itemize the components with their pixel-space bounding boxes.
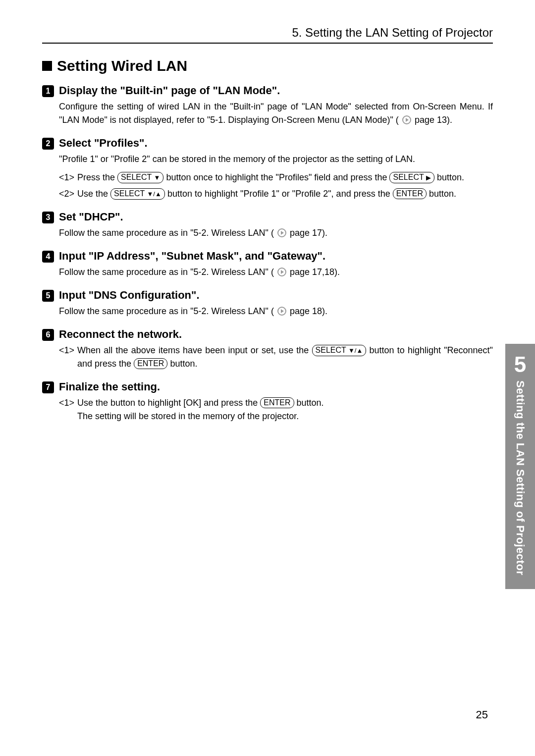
step-number-badge: 7: [42, 381, 54, 393]
substep-marker: <1>: [59, 171, 74, 184]
substep-text: Use the: [77, 189, 110, 199]
substep-text: Use the button to highlight [OK] and pre…: [77, 398, 260, 408]
substep-text: button.: [429, 189, 456, 199]
enter-button-icon: ENTER: [260, 397, 294, 408]
step-number-badge: 3: [42, 212, 54, 223]
step-body-text-after: page 13).: [415, 115, 452, 125]
step-number-badge: 2: [42, 138, 54, 150]
step-title: Display the "Built-in" page of "LAN Mode…: [59, 84, 280, 97]
substep-text: button.: [437, 172, 464, 182]
page-reference-icon: [277, 228, 286, 237]
enter-button-icon: ENTER: [134, 358, 167, 369]
step-body-text-after: page 17).: [290, 228, 327, 238]
substep-text: Press the: [77, 172, 117, 182]
substep-trailing: The setting will be stored in the memory…: [77, 411, 299, 421]
select-down-button-icon: SELECT ▼: [117, 172, 163, 183]
step-title: Input "IP Address", "Subnet Mask", and "…: [59, 250, 325, 263]
step-title: Select "Profiles".: [59, 137, 148, 150]
step-title: Set "DHCP".: [59, 211, 123, 223]
substep-text: button to highlight "Profile 1" or "Prof…: [167, 189, 393, 199]
substep-marker: <1>: [59, 344, 74, 371]
chapter-label: Setting the LAN Setting of Projector: [514, 380, 527, 575]
select-updown-button-icon: SELECT ▼/▲: [312, 345, 367, 356]
select-updown-button-icon: SELECT ▼/▲: [110, 188, 165, 200]
step-title: Finalize the setting.: [59, 380, 160, 393]
chapter-number: 5: [505, 354, 535, 376]
step-5: 5 Input "DNS Configuration". Follow the …: [42, 289, 493, 318]
step-body-text-after: page 17,18).: [290, 267, 340, 277]
section-title-text: Setting Wired LAN: [57, 57, 187, 74]
step-number-badge: 5: [42, 290, 54, 302]
substep-text: When all the above items have been input…: [77, 345, 312, 355]
step-body-text-after: page 18).: [290, 306, 327, 316]
step-intro: "Profile 1" or "Profile 2" can be stored…: [59, 153, 493, 166]
page-reference-icon: [402, 115, 411, 124]
step-number-badge: 4: [42, 251, 54, 263]
step-body-text: Follow the same procedure as in "5-2. Wi…: [59, 228, 276, 238]
page-number: 25: [476, 708, 488, 721]
step-title: Input "DNS Configuration".: [59, 289, 200, 302]
substep-text: button.: [297, 398, 324, 408]
step-number-badge: 1: [42, 85, 54, 97]
select-right-button-icon: SELECT ▶: [389, 172, 434, 183]
chapter-thumb-tab: 5 Setting the LAN Setting of Projector: [505, 344, 535, 589]
substep-marker: <2>: [59, 187, 74, 201]
step-number-badge: 6: [42, 329, 54, 341]
enter-button-icon: ENTER: [393, 188, 427, 199]
page-reference-icon: [277, 307, 286, 316]
page-reference-icon: [277, 268, 286, 276]
step-3: 3 Set "DHCP". Follow the same procedure …: [42, 211, 493, 240]
step-body-text: Follow the same procedure as in "5-2. Wi…: [59, 306, 276, 316]
step-body-text: Follow the same procedure as in "5-2. Wi…: [59, 267, 276, 277]
substep-text: button once to highlight the "Profiles" …: [166, 172, 389, 182]
running-header: 5. Setting the LAN Setting of Projector: [42, 26, 493, 44]
substep-text: button.: [170, 359, 197, 369]
substep-marker: <1>: [59, 396, 74, 423]
square-bullet-icon: [42, 61, 52, 71]
step-2: 2 Select "Profiles". "Profile 1" or "Pro…: [42, 137, 493, 201]
step-4: 4 Input "IP Address", "Subnet Mask", and…: [42, 250, 493, 279]
step-6: 6 Reconnect the network. <1> When all th…: [42, 328, 493, 371]
step-title: Reconnect the network.: [59, 328, 182, 341]
step-1: 1 Display the "Built-in" page of "LAN Mo…: [42, 84, 493, 127]
section-title: Setting Wired LAN: [42, 57, 493, 74]
step-7: 7 Finalize the setting. <1> Use the butt…: [42, 380, 493, 423]
